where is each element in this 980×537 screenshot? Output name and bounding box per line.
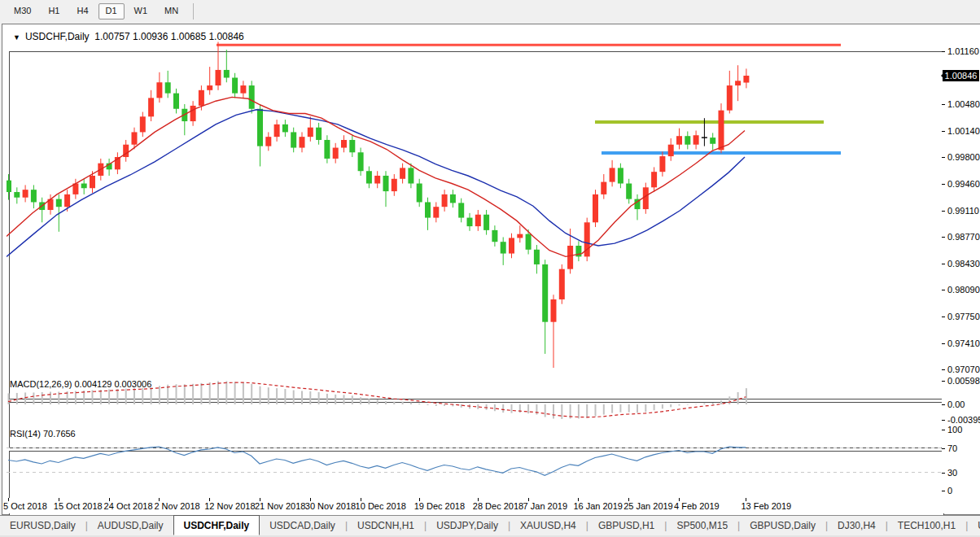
- axis-tick: [942, 290, 945, 290]
- rsi-line: [8, 447, 746, 475]
- candle: [300, 132, 305, 152]
- timeframe-button-m30[interactable]: M30: [7, 3, 38, 20]
- chart-tab-eurusd-daily[interactable]: EURUSD,Daily: [0, 516, 85, 535]
- chart-tab-usdchf-daily[interactable]: USDCHF,Daily: [173, 515, 260, 535]
- timeframe-button-mn[interactable]: MN: [157, 3, 186, 20]
- axis-tick: [942, 491, 945, 491]
- chart-tab-gbpusd-h1[interactable]: GBPUSD,H1: [588, 516, 664, 535]
- candle: [257, 104, 263, 166]
- timeframe-button-d1[interactable]: D1: [98, 3, 125, 20]
- date-label: 13 Feb 2019: [741, 501, 791, 511]
- candle: [333, 143, 339, 164]
- candle: [433, 202, 439, 222]
- candle: [23, 185, 28, 202]
- candle: [392, 174, 397, 196]
- candle: [442, 190, 448, 212]
- chart-tab-dj30-h4[interactable]: DJ30,H4: [828, 516, 886, 535]
- candle: [492, 225, 497, 247]
- timeframe-button-h1[interactable]: H1: [41, 3, 67, 20]
- candle: [425, 198, 431, 230]
- rsi-name: RSI(14): [10, 429, 41, 439]
- candle: [39, 198, 45, 223]
- axis-tick: [942, 237, 945, 238]
- axis-tick: [942, 104, 945, 105]
- candle: [710, 133, 715, 150]
- rsi-label: RSI(14) 70.7656: [10, 429, 76, 439]
- candle: [467, 213, 473, 231]
- candle: [165, 71, 171, 98]
- candle: [349, 135, 355, 157]
- candle: [156, 72, 162, 103]
- candle: [626, 179, 632, 204]
- axis-tick: [942, 448, 945, 449]
- price-axis-label: 1.00140: [947, 126, 980, 136]
- chart-tab-usdcad-daily[interactable]: USDCAD,Daily: [260, 516, 345, 535]
- chart-tab-gbpusd-daily[interactable]: GBPUSD,Daily: [740, 516, 825, 535]
- axis-tick: [942, 430, 945, 430]
- date-label: 21 Nov 2018: [255, 501, 305, 511]
- chart-tab-sp500-m15[interactable]: SP500,M15: [667, 516, 737, 535]
- candle: [148, 90, 154, 121]
- candle: [743, 68, 749, 88]
- candle: [216, 42, 221, 90]
- candle: [274, 120, 280, 142]
- candle: [308, 116, 313, 142]
- axis-tick: [942, 211, 945, 212]
- price-axis-label: 0.99460: [947, 179, 980, 189]
- price-axis-label: 0.98430: [947, 259, 980, 268]
- current-price-badge: 1.00846: [943, 70, 979, 81]
- candle: [517, 225, 523, 242]
- price-axis-label: 1.00480: [947, 99, 980, 109]
- macd-name: MACD(12,26,9): [10, 379, 72, 389]
- candle: [735, 65, 741, 101]
- candle: [727, 71, 733, 114]
- date-label: 15 Oct 2018: [54, 501, 103, 511]
- rsi-value: 70.7656: [43, 429, 76, 439]
- candle: [14, 187, 20, 203]
- candle: [618, 164, 623, 189]
- chart-tab-usdcnh-h1[interactable]: USDCNH,H1: [348, 516, 424, 535]
- candle: [676, 129, 682, 150]
- chart-tabs: EURUSD,Daily|AUDUSD,DailyUSDCHF,DailyUSD…: [0, 516, 980, 535]
- price-axis-label: 0.98770: [947, 232, 980, 242]
- rsi-axis-label: 70: [947, 443, 957, 453]
- toolbar-separator: [193, 3, 194, 20]
- price-axis-label: 0.98090: [947, 285, 980, 295]
- candle: [383, 171, 389, 207]
- candle: [232, 73, 238, 98]
- chart-tab-tech100-h1[interactable]: TECH100,H1: [888, 516, 965, 535]
- price-chart[interactable]: [7, 27, 942, 375]
- price-axis-label: 0.99800: [947, 152, 980, 162]
- macd-label: MACD(12,26,9) 0.004129 0.003006: [10, 379, 151, 389]
- rsi-chart[interactable]: [7, 426, 942, 497]
- chart-tab-bar: EURUSD,Daily|AUDUSD,DailyUSDCHF,DailyUSD…: [0, 515, 980, 535]
- axis-tick: [942, 343, 945, 344]
- date-label: 10 Dec 2018: [356, 501, 406, 511]
- candle: [316, 123, 322, 145]
- rsi-axis-label: 100: [947, 425, 962, 434]
- chart-tab-audusd-daily[interactable]: AUDUSD,Daily: [88, 516, 173, 535]
- chart-tab-ul[interactable]: Ul: [968, 516, 980, 535]
- timeframe-button-w1[interactable]: W1: [127, 3, 155, 20]
- macd-value-main: 0.004129: [74, 379, 112, 389]
- date-label: 12 Nov 2018: [204, 501, 255, 511]
- price-axis-label: 0.97410: [947, 338, 980, 348]
- price-axis-label: 1.01160: [947, 46, 979, 56]
- candle: [584, 218, 590, 262]
- candle: [559, 264, 565, 304]
- candle: [400, 164, 405, 184]
- candle: [207, 67, 212, 94]
- candle: [7, 174, 11, 200]
- candle: [249, 81, 255, 113]
- rsi-axis-label: 30: [947, 468, 957, 478]
- candle: [107, 159, 112, 176]
- chart-tab-usdjpy-daily[interactable]: USDJPY,Daily: [427, 516, 508, 535]
- chart-dropdown-icon[interactable]: ▼: [13, 33, 20, 41]
- candle: [115, 152, 120, 174]
- date-label: 16 Jan 2019: [573, 501, 623, 511]
- timeframe-button-h4[interactable]: H4: [69, 3, 95, 20]
- chart-tab-xauusd-h4[interactable]: XAUUSD,H4: [510, 516, 586, 535]
- candle: [610, 160, 615, 187]
- axis-tick: [942, 157, 945, 158]
- macd-axis-label: -0.003954: [947, 415, 980, 425]
